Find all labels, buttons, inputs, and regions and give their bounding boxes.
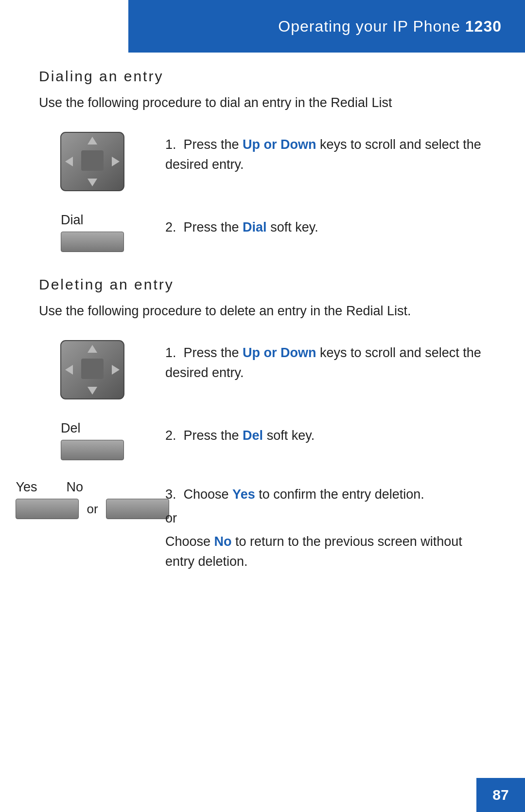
- deleting-step-2-image-col: Del: [39, 421, 146, 460]
- deleting-step-2: Del 2. Press the Del soft key.: [39, 421, 486, 460]
- deleting-step-3-text: 3. Choose Yes to confirm the entry delet…: [146, 480, 486, 571]
- deleting-step-3-number: 3.: [165, 487, 176, 502]
- deleting-step-3-yes-highlight: Yes: [232, 487, 255, 502]
- dialing-step-1-image-col: [39, 130, 146, 193]
- dialing-step-2-text: 2. Press the Dial soft key.: [146, 213, 486, 237]
- dial-softkey-area: Dial: [61, 213, 124, 252]
- deleting-step-3-no-highlight: No: [214, 534, 232, 549]
- svg-rect-1: [81, 150, 104, 171]
- del-softkey-label: Del: [61, 421, 81, 436]
- deleting-steps: 1. Press the Up or Down keys to scroll a…: [39, 338, 486, 571]
- deleting-step-3-or: or: [165, 508, 486, 528]
- dialing-step-2-highlight: Dial: [243, 220, 267, 235]
- dialing-step-1-highlight: Up or Down: [243, 137, 316, 152]
- dialing-desc: Use the following procedure to dial an e…: [39, 95, 486, 110]
- no-label: No: [66, 480, 83, 495]
- del-softkey-btn: [61, 440, 124, 460]
- deleting-desc: Use the following procedure to delete an…: [39, 304, 486, 319]
- header-bar: Operating your IP Phone 1230: [128, 0, 525, 53]
- deleting-step-1: 1. Press the Up or Down keys to scroll a…: [39, 338, 486, 401]
- dialing-step-2-image-col: Dial: [39, 213, 146, 252]
- deleting-heading: Deleting an entry: [39, 276, 486, 293]
- deleting-step-2-paragraph: 2. Press the Del soft key.: [165, 426, 486, 446]
- deleting-step-1-number: 1.: [165, 345, 176, 360]
- yes-label: Yes: [16, 480, 37, 495]
- dialing-step-1-number: 1.: [165, 137, 176, 152]
- dialing-step-1-paragraph: 1. Press the Up or Down keys to scroll a…: [165, 135, 486, 174]
- dialing-step-2: Dial 2. Press the Dial soft key.: [39, 213, 486, 252]
- deleting-step-3-paragraph: 3. Choose Yes to confirm the entry delet…: [165, 485, 486, 505]
- deleting-step-1-paragraph: 1. Press the Up or Down keys to scroll a…: [165, 343, 486, 382]
- nav-pad-icon-1: [58, 130, 126, 193]
- yes-no-labels: Yes No: [16, 480, 83, 495]
- del-softkey-area: Del: [61, 421, 124, 460]
- yes-btn: [16, 499, 79, 519]
- deleting-step-2-text: 2. Press the Del soft key.: [146, 421, 486, 446]
- dialing-steps: 1. Press the Up or Down keys to scroll a…: [39, 130, 486, 252]
- dialing-step-2-number: 2.: [165, 220, 176, 235]
- deleting-step-3-image-col: Yes No or: [39, 480, 146, 519]
- deleting-section: Deleting an entry Use the following proc…: [39, 276, 486, 571]
- dialing-step-2-paragraph: 2. Press the Dial soft key.: [165, 217, 486, 237]
- dialing-step-1: 1. Press the Up or Down keys to scroll a…: [39, 130, 486, 193]
- yes-no-or: or: [87, 502, 98, 517]
- page-number: 87: [492, 787, 508, 803]
- deleting-step-1-text: 1. Press the Up or Down keys to scroll a…: [146, 338, 486, 382]
- dialing-heading: Dialing an entry: [39, 68, 486, 85]
- main-content: Dialing an entry Use the following proce…: [0, 0, 525, 644]
- header-title-prefix: Operating your IP Phone: [278, 18, 465, 35]
- deleting-step-1-image-col: [39, 338, 146, 401]
- deleting-step-2-number: 2.: [165, 428, 176, 443]
- header-title: Operating your IP Phone 1230: [278, 18, 502, 36]
- dial-softkey-btn: [61, 232, 124, 252]
- deleting-step-3: Yes No or 3. Choose Yes to confirm the: [39, 480, 486, 571]
- deleting-step-1-highlight: Up or Down: [243, 345, 316, 360]
- deleting-step-3-no-paragraph: Choose No to return to the previous scre…: [165, 532, 486, 571]
- dialing-step-1-text: 1. Press the Up or Down keys to scroll a…: [146, 130, 486, 174]
- deleting-step-2-highlight: Del: [243, 428, 263, 443]
- header-title-number: 1230: [465, 18, 502, 35]
- page-number-box: 87: [476, 778, 525, 812]
- dial-softkey-label: Dial: [61, 213, 84, 228]
- nav-pad-icon-2: [58, 338, 126, 401]
- svg-rect-7: [81, 359, 104, 379]
- dialing-section: Dialing an entry Use the following proce…: [39, 68, 486, 252]
